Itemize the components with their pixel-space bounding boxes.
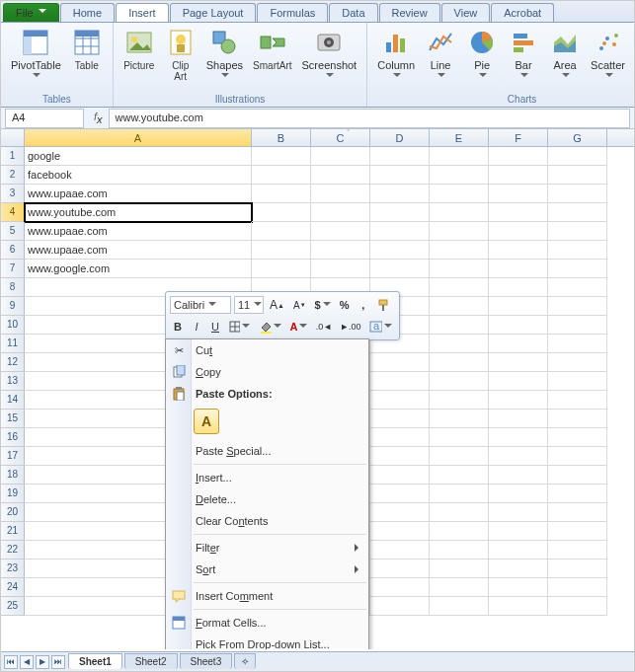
scatter-chart-button[interactable]: Scatter <box>587 25 629 93</box>
cell-F10[interactable] <box>489 316 548 335</box>
cell-F8[interactable] <box>489 278 548 297</box>
table-button[interactable]: Table <box>67 25 107 93</box>
tab-data[interactable]: Data <box>329 3 377 22</box>
increase-decimal-button[interactable]: ►.00 <box>338 318 363 336</box>
select-all-corner[interactable] <box>1 129 25 146</box>
row-header-13[interactable]: 13 <box>1 372 25 391</box>
cell-C4[interactable] <box>311 203 370 222</box>
cell-E18[interactable] <box>430 466 489 485</box>
tab-file[interactable]: File <box>3 3 59 22</box>
row-header-12[interactable]: 12 <box>1 353 25 372</box>
cell-D12[interactable] <box>370 353 430 372</box>
ctx-insert[interactable]: Insert... <box>166 467 368 488</box>
cell-D3[interactable] <box>370 185 430 203</box>
cell-G22[interactable] <box>548 541 607 560</box>
cell-G14[interactable] <box>548 391 607 410</box>
column-header-A[interactable]: A <box>25 129 252 146</box>
cell-G12[interactable] <box>548 353 607 372</box>
row-header-22[interactable]: 22 <box>1 541 25 560</box>
row-header-3[interactable]: 3 <box>1 185 25 203</box>
cell-G20[interactable] <box>548 503 607 522</box>
ctx-paste-special[interactable]: Paste Special... <box>166 440 368 462</box>
font-family-select[interactable]: Calibri <box>170 296 231 314</box>
cell-B6[interactable] <box>252 241 311 260</box>
cell-E14[interactable] <box>430 391 489 410</box>
column-header-D[interactable]: D <box>370 129 430 146</box>
cell-D6[interactable] <box>370 241 430 260</box>
cell-F7[interactable] <box>489 260 548 278</box>
underline-button[interactable]: U <box>207 318 223 336</box>
cell-E1[interactable] <box>430 147 489 166</box>
row-header-10[interactable]: 10 <box>1 316 25 335</box>
cell-E19[interactable] <box>430 485 489 503</box>
cell-D24[interactable] <box>370 578 430 597</box>
cell-A7[interactable]: www.google.com <box>25 260 252 278</box>
row-header-9[interactable]: 9 <box>1 297 25 316</box>
bar-chart-button[interactable]: Bar <box>504 25 543 93</box>
cell-E21[interactable] <box>430 522 489 541</box>
cell-A5[interactable]: www.upaae.com <box>25 222 252 241</box>
cell-F11[interactable] <box>489 335 548 353</box>
tab-view[interactable]: View <box>441 3 491 22</box>
cell-D17[interactable] <box>370 447 430 466</box>
cell-D14[interactable] <box>370 391 430 410</box>
area-chart-button[interactable]: Area <box>545 25 585 93</box>
cell-D7[interactable] <box>370 260 430 278</box>
screenshot-button[interactable]: Screenshot <box>298 25 361 93</box>
row-header-20[interactable]: 20 <box>1 503 25 522</box>
cell-F3[interactable] <box>489 185 548 203</box>
tab-home[interactable]: Home <box>60 3 115 22</box>
shrink-font-button[interactable]: A▼ <box>290 296 309 314</box>
cell-E16[interactable] <box>430 428 489 447</box>
tab-page-layout[interactable]: Page Layout <box>170 3 257 22</box>
cell-D5[interactable] <box>370 222 430 241</box>
cell-E13[interactable] <box>430 372 489 391</box>
name-box[interactable]: A4 <box>5 109 84 128</box>
font-color-button[interactable]: A <box>287 318 310 336</box>
line-chart-button[interactable]: Line <box>421 25 460 93</box>
cell-D21[interactable] <box>370 522 430 541</box>
cell-G18[interactable] <box>548 466 607 485</box>
cell-B3[interactable] <box>252 185 311 203</box>
new-sheet-button[interactable]: ✧ <box>234 653 256 669</box>
column-header-F[interactable]: F <box>489 129 548 146</box>
cell-E8[interactable] <box>430 278 489 297</box>
smartart-button[interactable]: SmartArt <box>249 25 295 93</box>
cell-E23[interactable] <box>430 560 489 578</box>
paste-option-values[interactable]: A <box>194 409 219 434</box>
cell-G6[interactable] <box>548 241 607 260</box>
cell-E20[interactable] <box>430 503 489 522</box>
column-header-G[interactable]: G <box>548 129 607 146</box>
cell-A1[interactable]: google <box>25 147 252 166</box>
cell-F13[interactable] <box>489 372 548 391</box>
other-charts-button[interactable]: Othe Chart <box>631 25 635 93</box>
cell-B4[interactable] <box>252 203 311 222</box>
cell-B7[interactable] <box>252 260 311 278</box>
cell-F6[interactable] <box>489 241 548 260</box>
ctx-format-cells[interactable]: Format Cells... <box>166 612 368 634</box>
cell-C5[interactable] <box>311 222 370 241</box>
cell-E7[interactable] <box>430 260 489 278</box>
cell-F12[interactable] <box>489 353 548 372</box>
tab-insert[interactable]: Insert <box>116 3 169 22</box>
cell-D1[interactable] <box>370 147 430 166</box>
cell-C7[interactable] <box>311 260 370 278</box>
percent-format-button[interactable]: % <box>337 296 353 314</box>
row-header-8[interactable]: 8 <box>1 278 25 297</box>
row-header-25[interactable]: 25 <box>1 597 25 616</box>
cell-F2[interactable] <box>489 166 548 185</box>
cell-G17[interactable] <box>548 447 607 466</box>
tab-review[interactable]: Review <box>379 3 440 22</box>
cell-G8[interactable] <box>548 278 607 297</box>
cell-C1[interactable] <box>311 147 370 166</box>
cell-F5[interactable] <box>489 222 548 241</box>
cell-B2[interactable] <box>252 166 311 185</box>
cell-E24[interactable] <box>430 578 489 597</box>
shapes-button[interactable]: Shapes <box>202 25 247 93</box>
row-header-14[interactable]: 14 <box>1 391 25 410</box>
tab-formulas[interactable]: Formulas <box>257 3 328 22</box>
cell-F19[interactable] <box>489 485 548 503</box>
cell-F22[interactable] <box>489 541 548 560</box>
pivot-table-button[interactable]: PivotTable <box>7 25 65 93</box>
cell-F23[interactable] <box>489 560 548 578</box>
